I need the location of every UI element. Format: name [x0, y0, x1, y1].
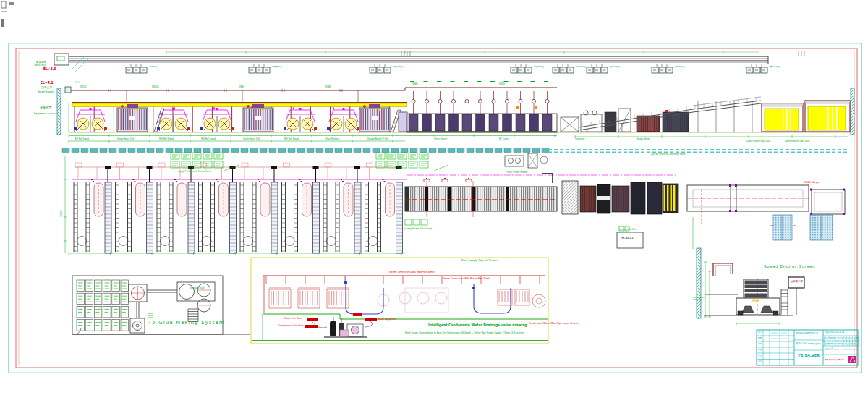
- micro-label: 纵切机电控: [610, 66, 620, 68]
- micro-label: Conveyor: [575, 138, 584, 140]
- micro-label: Rotary Shear: [637, 138, 650, 140]
- micro-label: Single Facer 320: [243, 138, 260, 140]
- titleblock-version: YB.SA.VER: [798, 354, 820, 357]
- micro-label: Slitter Scorer: [434, 138, 447, 140]
- micro-label: 分汽缸 Steam Header: [506, 171, 527, 174]
- cable-tray-elevation: EL+5.0: [43, 67, 56, 71]
- speed-display-screen-text: 速度显示屏: [791, 280, 803, 282]
- micro-label: DN100: [152, 86, 159, 88]
- schematic-pipe-label-1: Steam Connection DN80 Main Pipe 30m/s: [389, 271, 435, 273]
- schematic-title: Intelligent Condensate Water Drainage va…: [428, 323, 527, 327]
- micro-label: 原纸架电控: [272, 66, 282, 68]
- plan-speed-note: 1600 52cpm: [804, 181, 820, 183]
- micro-label: 校对: [758, 343, 762, 345]
- cable-tray-label-en: Cable Tray: [34, 64, 46, 67]
- elevation-double-backer: [407, 81, 557, 132]
- plan-exit-tables: [687, 184, 845, 249]
- micro-label: Single Facer 320: [117, 138, 134, 140]
- micro-label: Mill Roll Stand: [75, 138, 89, 140]
- steam-elevation: EL+4.1: [41, 81, 54, 85]
- micro-label: Mill Roll Stand: [201, 138, 216, 140]
- micro-label: Mill Roll Stand: [159, 138, 174, 140]
- elevation-single-facers: [117, 104, 407, 132]
- elevation-stackers: [579, 97, 850, 132]
- cable-tray-label-cn: 桥架走向: [36, 61, 46, 63]
- cable-tray: [54, 51, 804, 73]
- glue-system-title: T5 Glue Making System: [148, 321, 225, 326]
- elevation-mill-roll-stands: [74, 108, 360, 132]
- micro-label: Double Backer 7.5m: [367, 138, 388, 140]
- speed-display-panel: [693, 248, 804, 325]
- plan-left-dimension: 30000: [61, 210, 63, 217]
- valve-tag: 阀门: [75, 82, 80, 84]
- micro-label: NC Cutter: [499, 138, 509, 140]
- micro-label: 蒸汽阀组 Steam Valve Group: [404, 228, 432, 230]
- micro-label: 涂胶机组 Glue Unit: [619, 229, 636, 231]
- micro-label: Down Stacker(up) 1600: [746, 140, 770, 143]
- micro-label: 堆码机电控: [770, 66, 780, 68]
- micro-label: 标准: [758, 355, 762, 357]
- plan-steam-header: [505, 153, 553, 183]
- glue-mixer-label: 自动配浆系统: [190, 287, 204, 289]
- micro-label: DN80: [239, 86, 244, 88]
- micro-label: DN50: [499, 83, 505, 85]
- steam-supply-label-cn: 蒸汽主管: [41, 86, 52, 89]
- micro-label: 审核: [758, 349, 762, 351]
- steam-inlet-chip-label: Steam Inlet Valve: [284, 318, 302, 320]
- micro-label: 动力总柜: [149, 66, 157, 68]
- micro-label: DN65: [412, 83, 418, 85]
- micro-label: 电控柜 On Series to Control Panel: [178, 171, 211, 173]
- titleblock-drawing-number: WJ250-2200-2-15: [825, 331, 844, 334]
- titleblock-grid-row2: 全套设备总平面布置图纸: [825, 343, 856, 345]
- cad-linework: [0, 0, 868, 403]
- micro-label: 单面机电控: [393, 66, 403, 68]
- titleblock-company-red: 纸箱机械制造有限公司: [825, 359, 844, 361]
- cad-drawing-canvas: 桥架走向 Cable Tray EL+5.0 EL+4.1 蒸汽主管 Steam…: [0, 0, 868, 403]
- titleblock-scale: 比例 1:1: [825, 348, 833, 350]
- micro-label: 双面机电控: [534, 66, 544, 68]
- separator-band: [62, 148, 847, 153]
- micro-label: 设计: [758, 331, 762, 334]
- micro-label: Mill Roll Stand: [284, 138, 299, 140]
- micro-label: 涂胶机电控: [576, 66, 586, 68]
- schematic-pipe-label-2: Steam Connection DN80 Return Pipe 30m/s: [443, 278, 490, 280]
- glue-making-system: [72, 276, 250, 334]
- plan-trc-tag: TRC8412: [620, 237, 634, 239]
- micro-label: DN80: [326, 86, 331, 88]
- speed-display-title: Speed Display Screen: [764, 265, 815, 269]
- condensate-chip-label: Condensate Outlet Valve: [278, 325, 304, 327]
- micro-label: 风机 By Series to Condenser Panel: [651, 153, 686, 156]
- micro-label: DN125: [80, 86, 87, 88]
- plan-control-clusters: [171, 153, 428, 168]
- micro-label: Down Stacker(low) 1600: [785, 140, 809, 143]
- steam-supply-label-en: Steam Supply: [38, 90, 54, 93]
- bracket-label: Condensate Water Main Pipe Lower Bracket: [529, 322, 579, 324]
- steam-main-line: [65, 87, 557, 102]
- micro-label: Glue Machine: [326, 138, 339, 140]
- titleblock-product: WJ250-2200 瓦楞纸板生产线: [796, 343, 821, 345]
- equipment-layout-label-en: Equipment Layout: [34, 112, 55, 114]
- boiler-chip-label: Boiler Equipment: [378, 318, 396, 321]
- plan-heating-conveyor: [405, 178, 557, 225]
- titleblock-company: 瓦楞纸箱机械制造有限公司: [796, 332, 818, 334]
- equipment-layout-label-cn: 设备布置: [40, 106, 52, 109]
- corner-glyphs: [1, 1, 14, 27]
- micro-label: 制图: [758, 337, 762, 339]
- schematic-top-label: Main Supply Pipe of Steam: [461, 259, 498, 262]
- schematic-note: Each Steam Consumption to Each Dry Posit…: [405, 332, 524, 334]
- micro-label: 批准: [758, 360, 762, 362]
- titleblock-grid-row1: 瓦楞纸板生产线设备布置图: [825, 337, 859, 339]
- micro-label: 横切机电控: [675, 66, 685, 68]
